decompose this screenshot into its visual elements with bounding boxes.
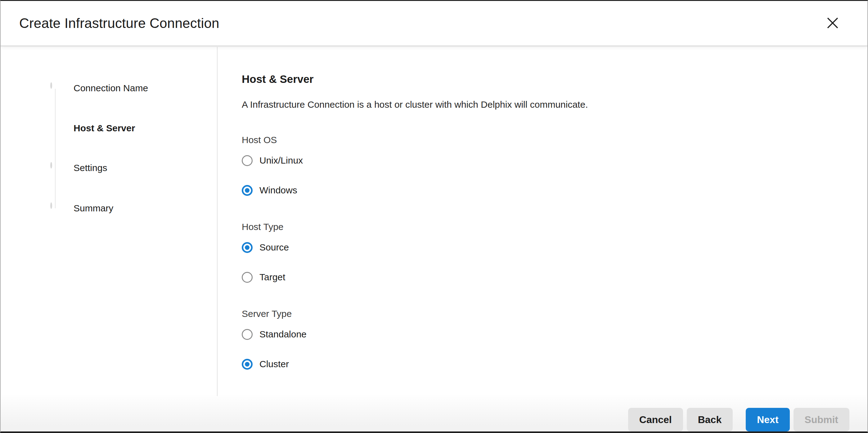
radio-group-host-type: Host Type Source Target <box>242 221 867 286</box>
stepper-connector-line <box>55 89 56 208</box>
radio-windows[interactable]: Windows <box>242 181 297 199</box>
radio-circle-icon <box>242 242 253 253</box>
radio-circle-icon <box>242 185 253 196</box>
next-button[interactable]: Next <box>746 408 789 431</box>
step-summary[interactable]: Summary <box>1 198 217 218</box>
radio-circle-icon <box>242 155 253 166</box>
wizard-stepper: Connection Name Host & Server Settings S… <box>1 47 217 431</box>
step-circle <box>50 163 60 173</box>
dialog-footer: Cancel Back Next Submit <box>1 394 867 431</box>
step-label: Host & Server <box>73 123 135 133</box>
step-connection-name[interactable]: Connection Name <box>1 78 217 98</box>
group-label-host-type: Host Type <box>242 221 867 233</box>
step-label: Settings <box>73 163 107 173</box>
step-label: Summary <box>73 203 113 214</box>
step-settings[interactable]: Settings <box>1 158 217 178</box>
radio-target[interactable]: Target <box>242 268 285 286</box>
submit-button[interactable]: Submit <box>794 408 849 431</box>
step-circle <box>50 83 60 93</box>
radio-label: Unix/Linux <box>259 155 303 166</box>
radio-unix-linux[interactable]: Unix/Linux <box>242 151 303 170</box>
radio-label: Source <box>259 242 289 253</box>
step-circle <box>50 203 60 213</box>
close-icon <box>827 17 839 30</box>
radio-circle-icon <box>242 329 253 340</box>
radio-label: Windows <box>259 185 297 195</box>
dialog-title: Create Infrastructure Connection <box>19 16 219 31</box>
step-host-server[interactable]: Host & Server <box>1 118 217 138</box>
radio-standalone[interactable]: Standalone <box>242 325 307 344</box>
radio-group-host-os: Host OS Unix/Linux Windows <box>242 134 867 199</box>
group-label-host-os: Host OS <box>242 134 867 146</box>
radio-label: Standalone <box>259 329 307 340</box>
dialog-header: Create Infrastructure Connection <box>1 1 867 46</box>
radio-label: Cluster <box>259 359 289 369</box>
create-infrastructure-connection-dialog: Create Infrastructure Connection Connect… <box>0 0 868 433</box>
step-circle-active <box>50 123 60 133</box>
radio-label: Target <box>259 272 285 282</box>
cancel-button[interactable]: Cancel <box>628 408 683 431</box>
group-label-server-type: Server Type <box>242 308 867 319</box>
radio-circle-icon <box>242 272 253 283</box>
radio-circle-icon <box>242 359 253 370</box>
radio-group-server-type: Server Type Standalone Cluster <box>242 308 867 373</box>
dialog-body: Connection Name Host & Server Settings S… <box>1 47 867 431</box>
close-button[interactable] <box>824 14 841 32</box>
section-description: A Infrastructure Connection is a host or… <box>242 99 867 110</box>
section-heading: Host & Server <box>242 73 867 85</box>
radio-source[interactable]: Source <box>242 238 289 257</box>
step-label: Connection Name <box>73 83 148 93</box>
step-content-panel: Host & Server A Infrastructure Connectio… <box>218 47 867 431</box>
back-button[interactable]: Back <box>687 408 733 431</box>
radio-cluster[interactable]: Cluster <box>242 355 289 373</box>
